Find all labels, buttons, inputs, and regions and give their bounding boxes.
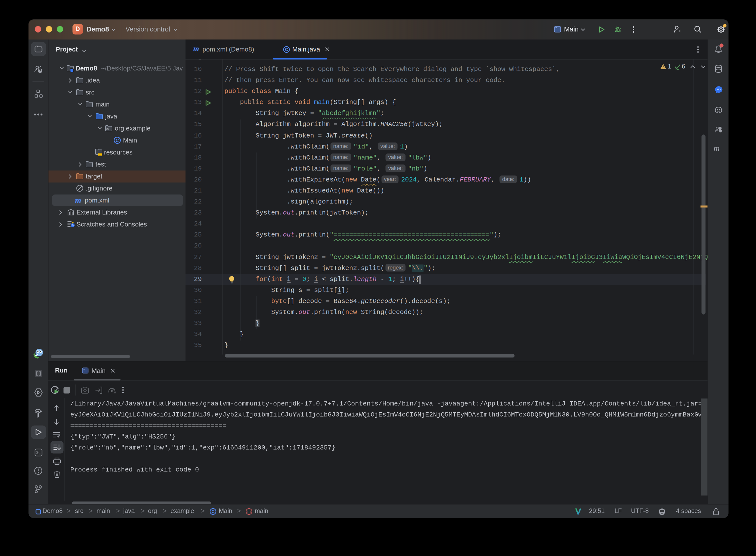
svg-text:?: ? [39,68,41,73]
svg-text:m: m [247,510,250,514]
svg-text:C: C [115,138,119,143]
svg-text:C: C [285,47,288,52]
svg-text:C: C [211,509,214,514]
